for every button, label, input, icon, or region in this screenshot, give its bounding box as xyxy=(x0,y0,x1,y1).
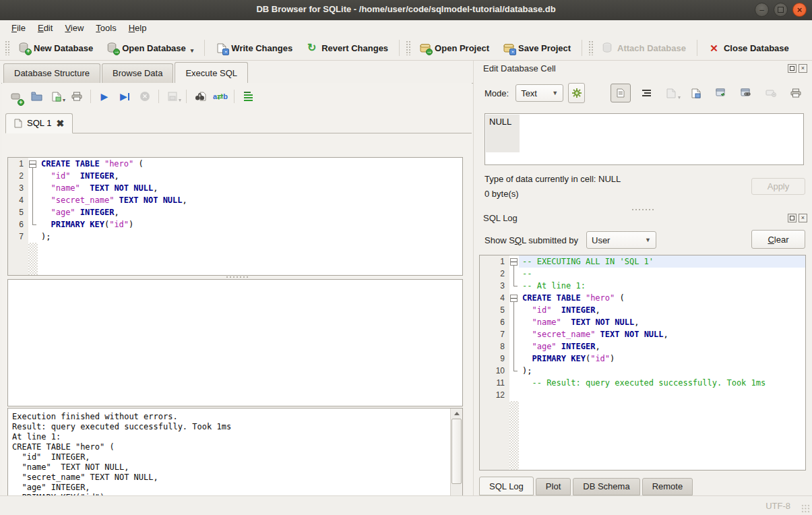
attach-database-button: Attach Database xyxy=(595,40,693,57)
tab-execute-sql[interactable]: Execute SQL xyxy=(175,62,248,84)
scroll-up-icon[interactable] xyxy=(451,408,462,419)
menu-tools[interactable]: Tools xyxy=(90,22,122,34)
toolbar-grip[interactable] xyxy=(406,40,410,55)
code-line: 7); xyxy=(8,231,462,243)
text-mode-button[interactable] xyxy=(611,84,631,102)
clear-button[interactable]: Clear xyxy=(751,230,805,249)
apply-button: Apply xyxy=(751,178,805,195)
code-line: 6 "name" TEXT NOT NULL, xyxy=(480,316,805,328)
save-results-icon xyxy=(168,92,177,101)
execute-line-icon: ▶ xyxy=(120,92,127,101)
open-project-button[interactable]: → Open Project xyxy=(412,40,496,57)
sql-document-tab[interactable]: SQL 1 ✖ xyxy=(5,113,73,133)
float-panel-icon[interactable] xyxy=(788,214,797,222)
toolbar-grip[interactable] xyxy=(588,40,593,55)
open-sql-file-button[interactable] xyxy=(28,88,45,104)
open-database-button[interactable]: → Open Database ▾ xyxy=(100,40,200,57)
minimize-icon: – xyxy=(759,6,764,14)
code-line: 1CREATE TABLE "hero" ( xyxy=(8,158,462,170)
tab-plot[interactable]: Plot xyxy=(536,478,571,495)
write-changes-button[interactable]: ▪ Write Changes xyxy=(209,40,299,57)
code-line: 4CREATE TABLE "hero" ( xyxy=(480,292,805,304)
close-panel-icon[interactable]: × xyxy=(799,64,807,73)
print-icon xyxy=(71,92,82,101)
statusbar: UTF-8 xyxy=(0,495,812,515)
menubar: File Edit View Tools Help xyxy=(0,20,812,36)
close-icon: × xyxy=(797,5,803,14)
toolbar-separator xyxy=(90,90,91,103)
dock-splitter-handle[interactable] xyxy=(631,208,654,212)
save-project-button[interactable]: ▪ Save Project xyxy=(496,40,577,57)
print-cell-button[interactable] xyxy=(786,84,805,102)
float-panel-icon[interactable] xyxy=(788,64,797,73)
minimize-button[interactable]: – xyxy=(755,3,769,17)
close-panel-icon[interactable]: × xyxy=(799,214,807,222)
tab-db-schema[interactable]: DB Schema xyxy=(573,478,639,495)
word-wrap-button[interactable] xyxy=(637,84,656,102)
stop-button: ✕ xyxy=(136,88,154,104)
execute-current-line-button[interactable]: ▶ xyxy=(116,88,133,104)
print-button[interactable] xyxy=(68,88,86,104)
menu-file[interactable]: File xyxy=(5,22,32,34)
menu-view[interactable]: View xyxy=(59,22,90,34)
link-button[interactable] xyxy=(737,84,755,102)
tab-remote[interactable]: Remote xyxy=(642,478,693,495)
toolbar-separator xyxy=(399,40,400,56)
menu-help[interactable]: Help xyxy=(123,22,153,34)
code-line: 8 "age" INTEGER, xyxy=(480,340,805,353)
filter-label: Show SQL submitted by xyxy=(485,235,578,245)
stop-icon: ✕ xyxy=(140,92,150,101)
execute-all-button[interactable]: ▶ xyxy=(96,88,113,104)
editor-filler xyxy=(480,401,805,470)
tab-sql-log[interactable]: SQL Log xyxy=(479,477,534,495)
close-button[interactable]: × xyxy=(792,3,807,17)
attach-database-icon xyxy=(602,42,613,54)
cell-mode-row: Mode: Text▼ ▾ xyxy=(485,83,805,103)
open-project-icon: → xyxy=(419,42,431,54)
close-sql-tab-icon[interactable]: ✖ xyxy=(56,119,64,128)
maximize-button[interactable] xyxy=(774,3,788,17)
titlebar[interactable]: DB Browser for SQLite - /home/user/code/… xyxy=(0,0,812,21)
close-database-icon: ✕ xyxy=(708,42,720,54)
new-database-button[interactable]: + New Database xyxy=(11,40,100,57)
menu-edit[interactable]: Edit xyxy=(32,22,59,34)
main-tab-bar: Database Structure Browse Data Execute S… xyxy=(1,61,473,84)
resize-grip[interactable] xyxy=(801,504,810,513)
edit-cell-panel-title: Edit Database Cell xyxy=(483,63,556,73)
execute-all-icon: ▶ xyxy=(101,92,108,101)
sql-log-editor[interactable]: 1-- EXECUTING ALL IN 'SQL 1'2--3-- At li… xyxy=(479,255,806,471)
mode-select[interactable]: Text▼ xyxy=(516,84,563,102)
code-line: 4 "secret_name" TEXT NOT NULL, xyxy=(8,194,462,206)
save-as-button[interactable] xyxy=(687,84,706,102)
scrollbar-thumb[interactable] xyxy=(451,419,462,484)
app-window: DB Browser for SQLite - /home/user/code/… xyxy=(0,0,812,515)
sql-log-panel-buttons: × xyxy=(788,214,807,222)
cell-value-editor[interactable]: NULL xyxy=(485,113,804,165)
toolbar-grip[interactable] xyxy=(5,40,9,55)
open-database-dropdown-icon[interactable]: ▾ xyxy=(191,47,194,54)
close-database-button[interactable]: ✕ Close Database xyxy=(701,40,796,57)
submitted-by-select[interactable]: User▼ xyxy=(586,231,656,249)
format-sql-button[interactable] xyxy=(239,88,257,104)
code-line: 7 "secret_name" TEXT NOT NULL, xyxy=(480,328,805,340)
cell-size-text: 0 byte(s) xyxy=(485,189,519,199)
word-wrap-icon xyxy=(642,90,651,96)
open-sql-tab-button[interactable]: + xyxy=(7,88,25,104)
tab-database-structure[interactable]: Database Structure xyxy=(3,63,100,83)
save-sql-file-button[interactable]: ▾ xyxy=(48,88,65,104)
open-database-icon: → xyxy=(106,42,118,54)
main-toolbar: + New Database → Open Database ▾ ▪ Write… xyxy=(0,36,812,61)
window-title: DB Browser for SQLite - /home/user/code/… xyxy=(0,4,812,14)
sql-toolbar: + ▾ ▶ ▶ ✕ ▾ xyxy=(7,88,257,105)
find-and-replace-button[interactable]: a⇄b xyxy=(212,88,229,104)
dock-tab-bar: SQL Log Plot DB Schema Remote xyxy=(479,477,812,495)
revert-changes-button[interactable]: ↻ Revert Changes xyxy=(299,40,395,57)
open-external-button[interactable] xyxy=(712,84,730,102)
tab-browse-data[interactable]: Browse Data xyxy=(102,63,173,83)
sql-editor[interactable]: 1CREATE TABLE "hero" (2 "id" INTEGER,3 "… xyxy=(7,157,463,276)
auto-switch-mode-button[interactable] xyxy=(568,83,585,103)
find-button[interactable] xyxy=(191,88,209,104)
results-table-pane xyxy=(7,279,463,406)
gear-icon xyxy=(571,88,582,98)
cell-value: NULL xyxy=(486,115,520,152)
